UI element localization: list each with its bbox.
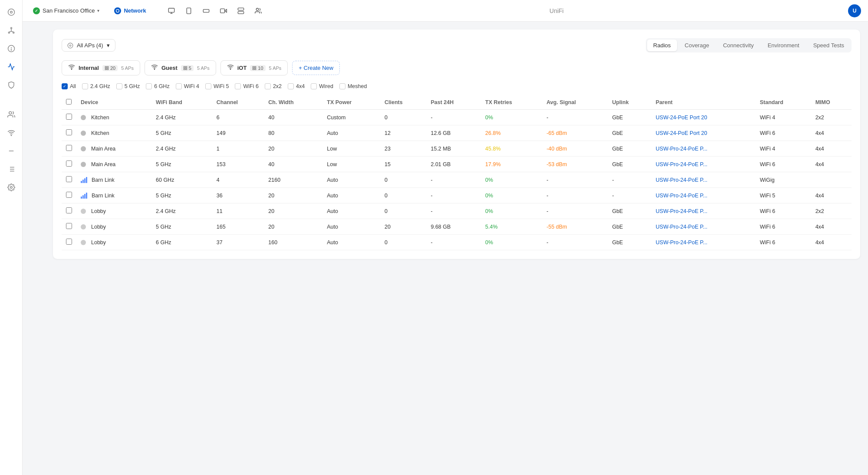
svg-point-10 bbox=[11, 49, 12, 50]
txretries-2: 45.8% bbox=[481, 141, 542, 157]
col-chwidth: Ch. Width bbox=[264, 95, 322, 110]
site-selector[interactable]: ✓ San Francisco Office ▾ bbox=[30, 6, 103, 16]
filter-wired-checkbox[interactable] bbox=[311, 83, 317, 89]
sidebar-item-minus[interactable] bbox=[3, 143, 19, 159]
ssid-guest[interactable]: Guest 5 5 APs bbox=[145, 60, 216, 75]
parent-8[interactable]: USW-Pro-24-PoE P... bbox=[651, 235, 756, 250]
tab-speed-tests[interactable]: Speed Tests bbox=[807, 39, 850, 51]
parent-6[interactable]: USW-Pro-24-PoE P... bbox=[651, 203, 756, 219]
device-name-6: Lobby bbox=[91, 208, 106, 214]
band-3: 5 GHz bbox=[151, 157, 212, 172]
standard-3: WiFi 6 bbox=[756, 157, 811, 172]
filter-meshed[interactable]: Meshed bbox=[339, 83, 367, 89]
filter-4x4[interactable]: 4x4 bbox=[288, 83, 305, 89]
row-checkbox-0[interactable] bbox=[66, 114, 72, 120]
ap-selector-icon bbox=[67, 43, 73, 49]
table-row: Lobby 2.4 GHz 11 20 Auto 0 - 0% - GbE US… bbox=[62, 203, 852, 219]
ap-selector-label: All APs (4) bbox=[77, 42, 103, 49]
row-checkbox-4[interactable] bbox=[66, 176, 72, 182]
parent-0[interactable]: USW-24-PoE Port 20 bbox=[651, 110, 756, 125]
channel-0: 6 bbox=[212, 110, 264, 125]
select-all-checkbox[interactable] bbox=[66, 99, 72, 105]
sidebar-item-settings[interactable] bbox=[3, 180, 19, 195]
filter-2ghz[interactable]: 2.4 GHz bbox=[82, 83, 110, 89]
tab-radios[interactable]: Radios bbox=[647, 39, 677, 51]
parent-4[interactable]: USW-Pro-24-PoE P... bbox=[651, 172, 756, 188]
avgsignal-0: - bbox=[542, 110, 608, 125]
uplink-6: GbE bbox=[608, 203, 651, 219]
table-row: Kitchen 2.4 GHz 6 40 Custom 0 - 0% - GbE… bbox=[62, 110, 852, 125]
standard-8: WiFi 6 bbox=[756, 235, 811, 250]
row-checkbox-1[interactable] bbox=[66, 129, 72, 135]
row-checkbox-6[interactable] bbox=[66, 207, 72, 213]
ssid-internal[interactable]: Internal 20 5 APs bbox=[62, 60, 140, 75]
filter-wifi6-checkbox[interactable] bbox=[235, 83, 241, 89]
sidebar-item-alerts[interactable] bbox=[3, 41, 19, 56]
col-channel: Channel bbox=[212, 95, 264, 110]
filter-wifi6[interactable]: WiFi 6 bbox=[235, 83, 258, 89]
sidebar-item-users[interactable] bbox=[3, 107, 19, 122]
filter-6ghz[interactable]: 6 GHz bbox=[146, 83, 169, 89]
tab-group: Radios Coverage Connectivity Environment… bbox=[646, 38, 852, 52]
svg-rect-44 bbox=[184, 66, 185, 68]
filter-2x2[interactable]: 2x2 bbox=[265, 83, 282, 89]
sidebar-item-topology[interactable] bbox=[3, 23, 19, 38]
table-row: Barn Link 60 GHz 4 2160 Auto 0 - 0% - - … bbox=[62, 172, 852, 188]
filter-2x2-checkbox[interactable] bbox=[265, 83, 271, 89]
past24h-8: - bbox=[426, 235, 481, 250]
filter-wifi4-checkbox[interactable] bbox=[176, 83, 182, 89]
filter-wifi4[interactable]: WiFi 4 bbox=[176, 83, 199, 89]
row-checkbox-2[interactable] bbox=[66, 145, 72, 151]
device-dot bbox=[81, 131, 86, 136]
device-icon-bars bbox=[81, 177, 87, 183]
filter-wifi5[interactable]: WiFi 5 bbox=[205, 83, 229, 89]
sidebar-item-wireless[interactable] bbox=[3, 125, 19, 141]
parent-2[interactable]: USW-Pro-24-PoE P... bbox=[651, 141, 756, 157]
filter-5ghz[interactable]: 5 GHz bbox=[116, 83, 140, 89]
filter-wifi5-checkbox[interactable] bbox=[205, 83, 211, 89]
filter-all[interactable]: ✓ All bbox=[62, 83, 76, 89]
chwidth-0: 40 bbox=[264, 110, 322, 125]
avgsignal-4: - bbox=[542, 172, 608, 188]
parent-1[interactable]: USW-24-PoE Port 20 bbox=[651, 125, 756, 141]
user-avatar[interactable]: U bbox=[848, 4, 861, 17]
ap-selector[interactable]: All APs (4) ▾ bbox=[62, 39, 115, 52]
nav-network[interactable]: Network bbox=[110, 6, 150, 16]
row-checkbox-5[interactable] bbox=[66, 192, 72, 198]
parent-7[interactable]: USW-Pro-24-PoE P... bbox=[651, 219, 756, 235]
filter-5ghz-checkbox[interactable] bbox=[116, 83, 122, 89]
row-checkbox-8[interactable] bbox=[66, 239, 72, 245]
wifi-iot-icon bbox=[227, 64, 234, 72]
filter-meshed-checkbox[interactable] bbox=[339, 83, 345, 89]
devices-icon[interactable] bbox=[164, 4, 178, 18]
filter-2ghz-checkbox[interactable] bbox=[82, 83, 88, 89]
parent-5[interactable]: USW-Pro-24-PoE P... bbox=[651, 188, 756, 203]
tab-environment[interactable]: Environment bbox=[762, 39, 806, 51]
sidebar-item-shield[interactable] bbox=[3, 77, 19, 93]
filter-4x4-checkbox[interactable] bbox=[288, 83, 294, 89]
past24h-5: - bbox=[426, 188, 481, 203]
sidebar-item-list[interactable] bbox=[3, 161, 19, 177]
col-avgsignal: Avg. Signal bbox=[542, 95, 608, 110]
filter-wired[interactable]: Wired bbox=[311, 83, 333, 89]
ssid-iot[interactable]: iOT 10 5 APs bbox=[220, 60, 288, 75]
ssid-iot-clients: 10 bbox=[250, 65, 265, 71]
txpower-7: Auto bbox=[322, 219, 380, 235]
create-new-button[interactable]: + Create New bbox=[292, 61, 340, 75]
row-checkbox-3[interactable] bbox=[66, 161, 72, 167]
storage-icon[interactable] bbox=[234, 4, 248, 18]
switch-icon[interactable] bbox=[199, 4, 213, 18]
tab-coverage[interactable]: Coverage bbox=[679, 39, 715, 51]
filter-all-checkbox[interactable]: ✓ bbox=[62, 83, 68, 89]
camera-icon[interactable] bbox=[217, 4, 230, 18]
users-icon[interactable] bbox=[251, 4, 265, 18]
device-cell-2: Main Area bbox=[81, 146, 147, 152]
row-checkbox-7[interactable] bbox=[66, 223, 72, 229]
sidebar-item-stats[interactable] bbox=[3, 59, 19, 75]
ssid-iot-name: iOT bbox=[237, 65, 247, 71]
filter-6ghz-checkbox[interactable] bbox=[146, 83, 152, 89]
tab-connectivity[interactable]: Connectivity bbox=[717, 39, 760, 51]
sidebar-item-overview[interactable] bbox=[3, 4, 19, 20]
clients-icon[interactable] bbox=[182, 4, 196, 18]
parent-3[interactable]: USW-Pro-24-PoE P... bbox=[651, 157, 756, 172]
